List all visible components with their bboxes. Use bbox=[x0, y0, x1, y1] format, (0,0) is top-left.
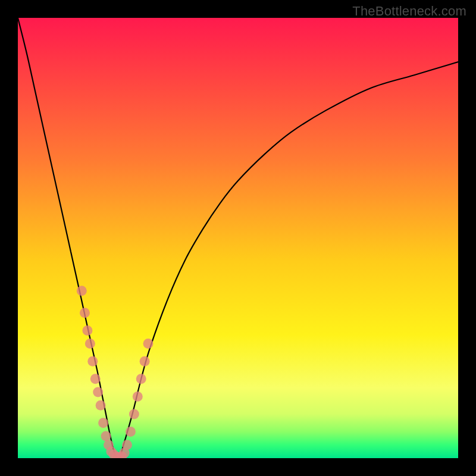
scatter-dot bbox=[87, 356, 98, 367]
scatter-dot bbox=[129, 409, 139, 419]
scatter-dot bbox=[98, 418, 108, 428]
scatter-dot bbox=[77, 286, 87, 296]
scatter-dot bbox=[85, 339, 95, 349]
scatter-dot bbox=[82, 325, 92, 336]
scatter-dot bbox=[122, 440, 132, 450]
scatter-dot bbox=[136, 374, 146, 384]
scatter-dot bbox=[143, 339, 154, 349]
scatter-dot bbox=[96, 400, 106, 411]
scatter-dot bbox=[101, 431, 111, 441]
scatter-dot bbox=[133, 392, 143, 402]
scatter-dot bbox=[80, 308, 90, 318]
scatter-dot bbox=[126, 427, 136, 437]
scatter-points bbox=[18, 18, 458, 458]
scatter-dot bbox=[140, 356, 150, 367]
plot-area bbox=[18, 18, 458, 458]
watermark-text: TheBottleneck.com bbox=[352, 4, 466, 19]
chart-frame: TheBottleneck.com bbox=[0, 0, 476, 476]
scatter-dot bbox=[93, 387, 103, 397]
scatter-dot bbox=[90, 374, 101, 384]
